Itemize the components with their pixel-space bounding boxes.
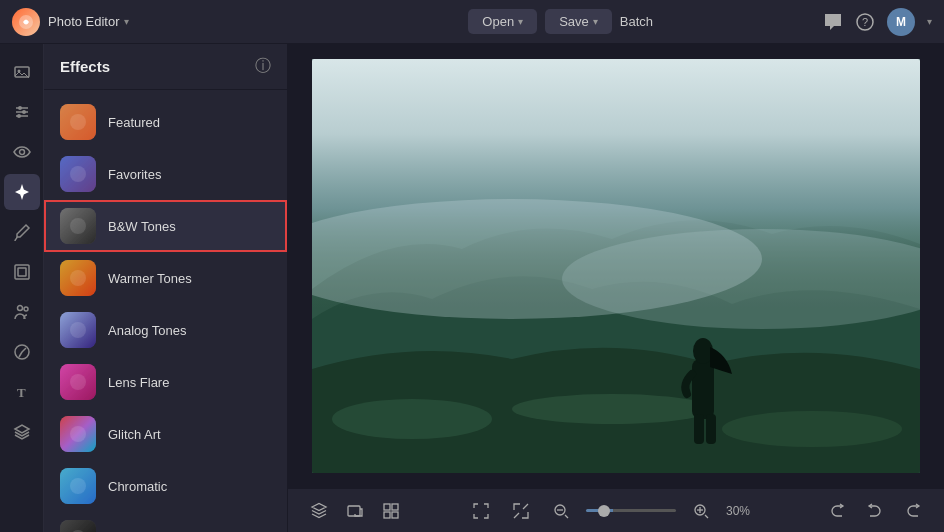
- svg-rect-65: [392, 512, 398, 518]
- sidebar-item-layers[interactable]: [4, 414, 40, 450]
- effect-name-warmer: Warmer Tones: [108, 271, 192, 286]
- app-logo: [12, 8, 40, 36]
- canvas-resize-button[interactable]: [340, 496, 370, 526]
- effect-name-bw-tones: B&W Tones: [108, 219, 176, 234]
- icon-sidebar: T: [0, 44, 44, 532]
- effect-icon-lens: [60, 364, 96, 400]
- undo-button[interactable]: [860, 496, 890, 526]
- sidebar-item-brush[interactable]: [4, 214, 40, 250]
- open-button[interactable]: Open ▾: [468, 9, 537, 34]
- effect-icon-featured: [60, 104, 96, 140]
- avatar-chevron: ▾: [927, 16, 932, 27]
- zoom-slider[interactable]: [586, 509, 676, 512]
- svg-rect-60: [706, 414, 716, 444]
- sidebar-item-view[interactable]: [4, 134, 40, 170]
- header: Photo Editor ▾ Open ▾ Save ▾ Batch ? M ▾: [0, 0, 944, 44]
- svg-rect-61: [348, 506, 360, 516]
- svg-point-11: [19, 150, 24, 155]
- effect-name-glitch: Glitch Art: [108, 427, 161, 442]
- header-right: ? M ▾: [823, 8, 932, 36]
- svg-rect-13: [18, 268, 26, 276]
- effect-name-chromatic: Chromatic: [108, 479, 167, 494]
- help-icon-button[interactable]: ?: [855, 12, 875, 32]
- svg-point-27: [70, 322, 86, 338]
- effect-icon-bw-tones: [60, 208, 96, 244]
- svg-point-19: [70, 114, 86, 130]
- svg-text:T: T: [17, 385, 26, 400]
- effect-icon-favorites: [60, 156, 96, 192]
- effect-name-lens: Lens Flare: [108, 375, 169, 390]
- sidebar-item-frame[interactable]: [4, 254, 40, 290]
- batch-button[interactable]: Batch: [620, 14, 653, 29]
- svg-point-53: [562, 229, 920, 329]
- effects-panel: Effects ⓘ Featured Favorites B&W Tones W…: [44, 44, 288, 532]
- toolbar-center: 30%: [466, 496, 762, 526]
- layers-toggle-button[interactable]: [304, 496, 334, 526]
- sidebar-item-text[interactable]: T: [4, 374, 40, 410]
- effects-info-icon[interactable]: ⓘ: [255, 56, 271, 77]
- grid-button[interactable]: [376, 496, 406, 526]
- svg-point-23: [70, 218, 86, 234]
- sidebar-item-effects[interactable]: [4, 174, 40, 210]
- svg-rect-64: [384, 512, 390, 518]
- redo-button[interactable]: [898, 496, 928, 526]
- effect-item-bw-tones[interactable]: B&W Tones: [44, 200, 287, 252]
- sidebar-item-people[interactable]: [4, 294, 40, 330]
- effect-item-glitch[interactable]: Glitch Art: [44, 408, 287, 460]
- svg-rect-12: [15, 265, 29, 279]
- avatar[interactable]: M: [887, 8, 915, 36]
- effect-icon-bwfilter: [60, 520, 96, 532]
- effect-item-bwfilter[interactable]: Black & White: [44, 512, 287, 532]
- effect-item-analog[interactable]: Analog Tones: [44, 304, 287, 356]
- zoom-in-button[interactable]: [686, 496, 716, 526]
- app-title-text: Photo Editor: [48, 14, 120, 29]
- svg-point-33: [70, 478, 86, 494]
- svg-text:?: ?: [862, 16, 868, 28]
- svg-rect-57: [692, 359, 714, 419]
- effects-list: Featured Favorites B&W Tones Warmer Tone…: [44, 90, 287, 532]
- canvas-image: [312, 59, 920, 473]
- effect-name-analog: Analog Tones: [108, 323, 187, 338]
- effect-item-favorites[interactable]: Favorites: [44, 148, 287, 200]
- sidebar-item-media[interactable]: [4, 54, 40, 90]
- actual-size-button[interactable]: [506, 496, 536, 526]
- effect-icon-analog: [60, 312, 96, 348]
- svg-point-31: [70, 426, 86, 442]
- effect-item-chromatic[interactable]: Chromatic: [44, 460, 287, 512]
- canvas-area: 30%: [288, 44, 944, 532]
- svg-rect-50: [312, 59, 920, 473]
- svg-line-68: [565, 515, 568, 518]
- fit-button[interactable]: [466, 496, 496, 526]
- svg-point-6: [18, 106, 22, 110]
- sidebar-item-sticker[interactable]: [4, 334, 40, 370]
- effect-icon-chromatic: [60, 468, 96, 504]
- svg-point-10: [17, 114, 21, 118]
- zoom-out-button[interactable]: [546, 496, 576, 526]
- app-title-group[interactable]: Photo Editor ▾: [48, 14, 129, 29]
- svg-point-8: [22, 110, 26, 114]
- effects-panel-title: Effects: [60, 58, 110, 75]
- svg-point-54: [332, 399, 492, 439]
- svg-point-55: [512, 394, 712, 424]
- effects-panel-header: Effects ⓘ: [44, 44, 287, 90]
- effect-item-warmer[interactable]: Warmer Tones: [44, 252, 287, 304]
- toolbar-right: [822, 496, 928, 526]
- effect-icon-warmer: [60, 260, 96, 296]
- effect-item-lens[interactable]: Lens Flare: [44, 356, 287, 408]
- redo-alt-button[interactable]: [822, 496, 852, 526]
- save-button[interactable]: Save ▾: [545, 9, 612, 34]
- sidebar-item-adjust[interactable]: [4, 94, 40, 130]
- effect-name-featured: Featured: [108, 115, 160, 130]
- svg-rect-51: [312, 59, 920, 309]
- svg-point-14: [17, 306, 22, 311]
- zoom-percent: 30%: [726, 504, 762, 518]
- header-actions: Open ▾ Save ▾ Batch: [468, 9, 653, 34]
- svg-point-25: [70, 270, 86, 286]
- effect-item-featured[interactable]: Featured: [44, 96, 287, 148]
- chat-icon-button[interactable]: [823, 12, 843, 32]
- svg-point-52: [312, 199, 762, 319]
- canvas-container: [288, 44, 944, 488]
- svg-point-15: [24, 307, 28, 311]
- title-chevron: ▾: [124, 16, 129, 27]
- bottom-toolbar: 30%: [288, 488, 944, 532]
